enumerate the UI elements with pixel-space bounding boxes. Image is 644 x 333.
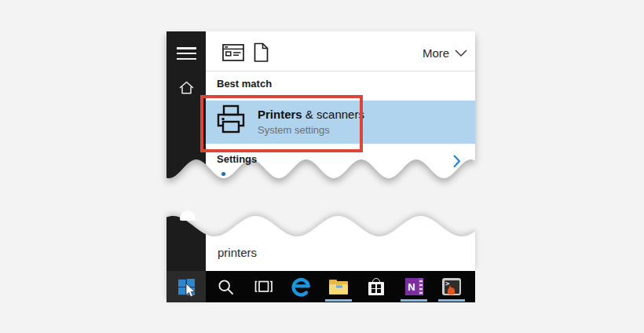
- search-box-taskbar-panel: printers: [166, 196, 475, 333]
- taskbar-terminal-icon[interactable]: >: [433, 271, 470, 302]
- taskbar-store-icon[interactable]: [357, 271, 395, 302]
- settings-expand-chevron-icon[interactable]: [453, 155, 462, 171]
- more-dropdown[interactable]: More: [423, 46, 467, 60]
- annotation-highlight-box: [200, 95, 363, 152]
- home-icon[interactable]: [179, 81, 194, 98]
- taskbar: N >: [206, 271, 475, 302]
- taskbar-search-icon[interactable]: [207, 271, 244, 302]
- taskbar-onenote-icon[interactable]: N: [395, 271, 433, 302]
- filter-bar-divider: [206, 71, 475, 71]
- mouse-cursor-icon: [185, 283, 197, 302]
- documents-filter-icon[interactable]: [254, 42, 269, 66]
- hamburger-menu-icon[interactable]: [177, 47, 196, 64]
- more-label: More: [423, 46, 449, 60]
- torn-gear-icon: [221, 172, 225, 176]
- taskbar-file-explorer-icon[interactable]: [320, 271, 357, 302]
- chevron-down-icon: [455, 49, 467, 57]
- torn-panel-shape: [166, 196, 475, 333]
- search-area-background: [206, 216, 475, 271]
- settings-heading: Settings: [217, 153, 257, 165]
- taskbar-task-view-icon[interactable]: [244, 271, 282, 302]
- best-match-heading: Best match: [217, 78, 272, 90]
- torn-user-avatar-icon: [180, 210, 196, 221]
- search-input[interactable]: printers: [218, 246, 257, 259]
- taskbar-edge-icon[interactable]: [282, 271, 320, 302]
- apps-filter-icon[interactable]: [222, 44, 245, 65]
